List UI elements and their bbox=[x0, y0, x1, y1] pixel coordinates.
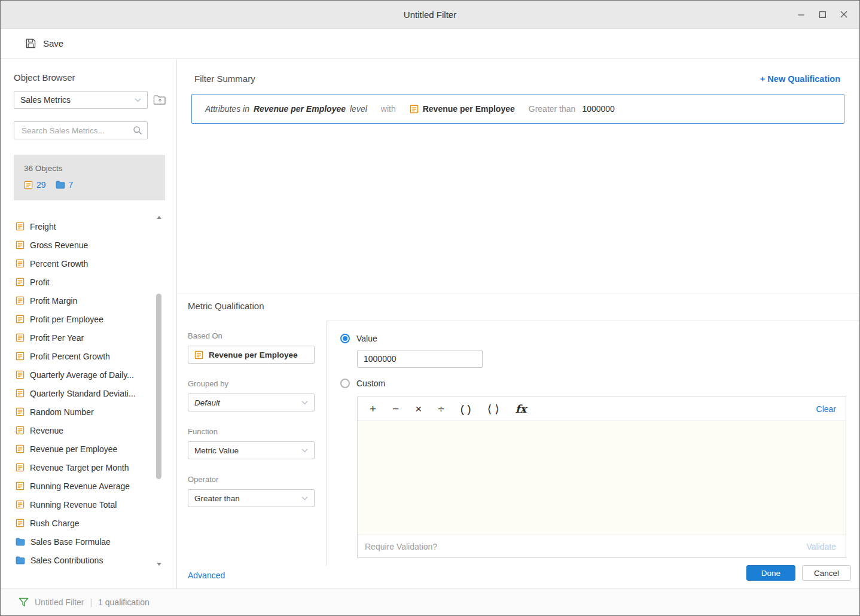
validate-link[interactable]: Validate bbox=[806, 542, 836, 551]
object-list-item[interactable]: Running Revenue Total bbox=[14, 495, 176, 514]
expression-input-area[interactable] bbox=[358, 421, 846, 535]
value-input[interactable] bbox=[357, 350, 483, 368]
expression-operator-button[interactable]: ⟨ ⟩ bbox=[487, 403, 499, 414]
object-list-item[interactable]: Profit bbox=[14, 273, 176, 291]
object-list-item[interactable]: Quarterly Standard Deviati... bbox=[14, 384, 176, 402]
object-browser-title: Object Browser bbox=[14, 72, 176, 83]
metric-icon bbox=[16, 389, 25, 398]
object-label: Sales Base Formulae bbox=[31, 537, 111, 547]
cancel-button[interactable]: Cancel bbox=[802, 565, 851, 581]
object-label: Gross Revenue bbox=[30, 240, 88, 250]
new-qualification-link[interactable]: + New Qualification bbox=[760, 74, 840, 84]
qualification-attribute: Revenue per Employee bbox=[254, 104, 346, 114]
metric-icon bbox=[16, 315, 25, 324]
require-validation-label: Require Validation? bbox=[365, 542, 437, 551]
search-input[interactable] bbox=[20, 126, 133, 136]
qualification-summary-row[interactable]: Attributes in Revenue per Employee level… bbox=[191, 94, 844, 124]
object-list-item[interactable]: Sales Base Formulae bbox=[14, 532, 176, 551]
object-label: Sales Contributions bbox=[31, 556, 103, 565]
browse-folder-button[interactable] bbox=[153, 94, 167, 106]
status-separator: | bbox=[90, 597, 92, 607]
grouped-by-value: Default bbox=[194, 398, 220, 407]
scroll-down-arrow-icon[interactable] bbox=[154, 560, 163, 569]
object-list-item[interactable]: Rush Charge bbox=[14, 514, 176, 532]
object-list-item[interactable]: Gross Revenue bbox=[14, 236, 176, 254]
filter-summary-title: Filter Summary bbox=[194, 74, 255, 84]
minimize-icon bbox=[798, 11, 804, 18]
operator-select[interactable]: Greater than bbox=[188, 489, 315, 507]
based-on-field[interactable]: Revenue per Employee bbox=[188, 346, 315, 364]
expression-operator-button[interactable]: + bbox=[370, 403, 376, 414]
object-list-item[interactable]: Running Revenue Average bbox=[14, 477, 176, 495]
function-label: Function bbox=[188, 427, 315, 436]
folder-count[interactable]: 7 bbox=[69, 180, 74, 190]
object-label: Random Number bbox=[30, 407, 94, 417]
expression-operator-button[interactable]: fx bbox=[516, 404, 526, 414]
maximize-button[interactable] bbox=[812, 5, 833, 24]
object-list-item[interactable]: Random Number bbox=[14, 402, 176, 421]
metric-icon bbox=[16, 222, 25, 231]
object-list-item[interactable]: Profit per Employee bbox=[14, 310, 176, 328]
value-radio[interactable] bbox=[340, 334, 350, 343]
function-select[interactable]: Metric Value bbox=[188, 441, 315, 459]
qualification-value: 1000000 bbox=[582, 104, 615, 114]
metric-icon bbox=[24, 181, 33, 190]
expression-operator-button[interactable]: ÷ bbox=[438, 403, 444, 414]
metric-icon bbox=[16, 370, 25, 379]
object-list-item[interactable]: Profit Percent Growth bbox=[14, 347, 176, 365]
clear-expression-link[interactable]: Clear bbox=[816, 404, 836, 414]
qualification-metric: Revenue per Employee bbox=[423, 104, 515, 114]
grouped-by-group: Grouped by Default bbox=[188, 379, 315, 411]
object-list-item[interactable]: Revenue Target per Month bbox=[14, 458, 176, 477]
chevron-down-icon bbox=[301, 401, 308, 405]
object-label: Percent Growth bbox=[30, 259, 88, 269]
folder-icon bbox=[16, 556, 25, 565]
based-on-group: Based On Revenue per Employee bbox=[188, 331, 315, 364]
custom-radio[interactable] bbox=[340, 379, 350, 388]
metric-icon bbox=[16, 519, 25, 527]
expression-operator-button[interactable]: − bbox=[392, 403, 399, 414]
object-label: Profit bbox=[30, 277, 50, 287]
sidebar-scrollbar[interactable] bbox=[154, 213, 163, 569]
qualification-level-word: level bbox=[350, 104, 367, 114]
qualification-with-word: with bbox=[381, 104, 396, 114]
chevron-down-icon bbox=[135, 98, 141, 102]
metric-icon bbox=[194, 350, 203, 359]
expression-operators: + − × ÷ ( ) ⟨ ⟩ bbox=[370, 403, 526, 414]
object-list-item[interactable]: Profit Margin bbox=[14, 291, 176, 310]
close-icon bbox=[840, 11, 847, 18]
object-list-item[interactable]: Sales Contributions bbox=[14, 551, 176, 569]
metric-icon bbox=[410, 105, 419, 114]
object-label: Running Revenue Average bbox=[30, 481, 130, 491]
qualification-operator: Greater than bbox=[529, 104, 576, 114]
object-list-item[interactable]: Revenue bbox=[14, 421, 176, 440]
section-divider bbox=[177, 294, 859, 294]
object-label: Quarterly Standard Deviati... bbox=[30, 389, 136, 398]
scrollbar-thumb[interactable] bbox=[156, 294, 161, 479]
done-button[interactable]: Done bbox=[746, 565, 795, 581]
object-list-item[interactable]: Percent Growth bbox=[14, 254, 176, 273]
expression-operator-button[interactable]: ( ) bbox=[461, 403, 471, 414]
folder-select[interactable]: Sales Metrics bbox=[14, 91, 148, 109]
search-icon[interactable] bbox=[133, 126, 142, 135]
folder-select-row: Sales Metrics bbox=[14, 91, 167, 109]
object-list-item[interactable]: Revenue per Employee bbox=[14, 440, 176, 458]
object-list-item[interactable]: Freight bbox=[14, 217, 176, 236]
object-label: Profit Per Year bbox=[30, 333, 84, 343]
qualification-value-panel: Value Custom + − bbox=[326, 321, 859, 566]
close-button[interactable] bbox=[833, 5, 855, 24]
object-list-item[interactable]: Profit Per Year bbox=[14, 328, 176, 347]
expression-operator-button[interactable]: × bbox=[415, 403, 422, 414]
filter-main-panel: Filter Summary + New Qualification Attri… bbox=[177, 59, 859, 588]
minimize-button[interactable] bbox=[790, 5, 812, 24]
grouped-by-select[interactable]: Default bbox=[188, 394, 315, 411]
metric-count[interactable]: 29 bbox=[36, 180, 46, 190]
custom-radio-row: Custom bbox=[340, 379, 385, 388]
scroll-up-arrow-icon[interactable] bbox=[154, 213, 163, 222]
operator-label: Operator bbox=[188, 475, 315, 484]
object-label: Freight bbox=[30, 222, 56, 231]
maximize-icon bbox=[819, 11, 826, 18]
object-list-item[interactable]: Quarterly Average of Daily... bbox=[14, 365, 176, 384]
advanced-link[interactable]: Advanced bbox=[188, 571, 225, 580]
save-button[interactable]: Save bbox=[22, 38, 67, 49]
